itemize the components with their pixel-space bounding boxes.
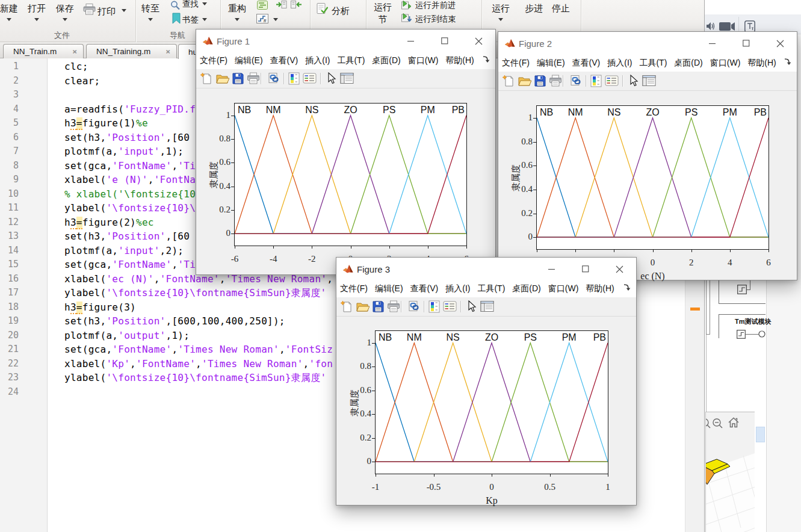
close-button[interactable] bbox=[462, 29, 495, 52]
scrollbar-thumb-line[interactable] bbox=[710, 280, 710, 334]
maximize-button[interactable] bbox=[729, 32, 763, 55]
menu-item-i[interactable]: 插入(I) bbox=[442, 280, 474, 294]
ribbon-open-button-dropdown-icon[interactable] bbox=[34, 18, 39, 21]
insert-function-icon[interactable]: fi bbox=[256, 14, 268, 26]
menu-item-v[interactable]: 查看(V) bbox=[407, 280, 442, 294]
figure-3-window[interactable]: Figure 3文件(F)编辑(E)查看(V)插入(I)工具(T)桌面(D)窗口… bbox=[336, 257, 637, 506]
menu-item-f[interactable]: 文件(F) bbox=[196, 52, 231, 66]
text-annotation-icon[interactable] bbox=[744, 20, 755, 32]
print-icon[interactable] bbox=[83, 4, 96, 17]
code-line[interactable]: ylabel('\fontsize{10}\fontname{SimSun}隶属… bbox=[64, 371, 326, 385]
menu-item-d[interactable]: 桌面(D) bbox=[670, 55, 706, 69]
code-line[interactable]: xlabel('Kp','FontName','Times New Roman'… bbox=[64, 357, 333, 371]
open-icon[interactable] bbox=[518, 75, 531, 87]
ribbon-new-script-button-dropdown-icon[interactable] bbox=[7, 18, 11, 21]
code-line[interactable]: clear; bbox=[64, 74, 100, 88]
menu-item-v[interactable]: 查看(V) bbox=[569, 55, 604, 69]
editor-tab-nn-train-m[interactable]: NN_Train.m× bbox=[3, 44, 84, 58]
ribbon-run-button-dropdown-icon[interactable] bbox=[498, 18, 503, 21]
colorbar-icon[interactable] bbox=[428, 300, 441, 313]
editor-tab-nn-training-m[interactable]: NN_Training.m× bbox=[86, 44, 177, 58]
menu-item-h[interactable]: 帮助(H) bbox=[442, 52, 477, 66]
menu-item-e[interactable]: 编辑(E) bbox=[371, 280, 407, 294]
code-line[interactable]: ylabel('\fontsize{10}\fontname{SimSun}隶属… bbox=[64, 286, 326, 300]
tab-close-icon[interactable]: × bbox=[165, 47, 170, 56]
menu-item-t[interactable]: 工具(T) bbox=[333, 52, 368, 66]
menu-item-w[interactable]: 窗口(W) bbox=[404, 52, 442, 66]
menu-item-w[interactable]: 窗口(W) bbox=[707, 55, 744, 69]
maximize-button[interactable] bbox=[569, 258, 602, 280]
figure-title-bar[interactable]: Figure 1 bbox=[196, 29, 495, 52]
menu-item-v[interactable]: 查看(V) bbox=[267, 52, 302, 66]
menu-item-t[interactable]: 工具(T) bbox=[636, 55, 670, 69]
save-icon[interactable] bbox=[372, 300, 385, 313]
analyze-icon[interactable] bbox=[317, 3, 328, 17]
ribbon-goto-button-dropdown-icon[interactable] bbox=[148, 18, 153, 21]
ribbon-refactor-button-dropdown-icon[interactable] bbox=[235, 18, 240, 21]
plot-area[interactable] bbox=[234, 103, 467, 246]
ribbon-stop-label[interactable]: 停止 bbox=[531, 3, 591, 14]
code-line[interactable]: % xlabel('\fontsize{10 bbox=[64, 187, 196, 202]
figure-title-bar[interactable]: Figure 3 bbox=[336, 258, 636, 280]
minimize-button[interactable] bbox=[696, 32, 729, 55]
step-block2-icon[interactable] bbox=[737, 330, 746, 339]
menu-item-d[interactable]: 桌面(D) bbox=[368, 52, 404, 66]
edit-plot-icon[interactable] bbox=[327, 72, 339, 85]
code-line[interactable]: set(gca,'FontName','Ti bbox=[64, 258, 196, 272]
menu-item-d[interactable]: 桌面(D) bbox=[509, 280, 544, 294]
save-icon[interactable] bbox=[534, 75, 546, 87]
plot-area[interactable] bbox=[375, 330, 608, 474]
speaker-icon[interactable] bbox=[706, 21, 716, 31]
code-line[interactable]: plotmf(a,'input',1); bbox=[64, 144, 184, 159]
open-icon[interactable] bbox=[216, 72, 229, 85]
link-plot-icon[interactable] bbox=[267, 72, 280, 85]
figure-title-bar[interactable]: Figure 2 bbox=[498, 32, 797, 55]
close-button[interactable] bbox=[763, 32, 797, 55]
code-line[interactable]: set(h3,'Position',[60 bbox=[64, 229, 190, 244]
run-advance-icon[interactable] bbox=[401, 1, 412, 12]
save-icon[interactable] bbox=[232, 72, 244, 85]
plot-area[interactable] bbox=[536, 105, 769, 250]
property-inspector-icon[interactable] bbox=[480, 300, 493, 313]
code-line[interactable]: set(h3,'Position',[60 bbox=[64, 131, 190, 145]
edit-plot-icon[interactable] bbox=[467, 300, 480, 313]
dock-figure-icon[interactable] bbox=[784, 58, 792, 66]
ribbon-print-dropdown-icon[interactable] bbox=[122, 9, 126, 12]
ribbon-find-label[interactable]: 查找 bbox=[182, 0, 199, 10]
code-line[interactable]: h3=figure(2)%ec bbox=[64, 215, 154, 230]
code-line[interactable]: clc; bbox=[64, 60, 88, 74]
link-plot-icon[interactable] bbox=[569, 75, 582, 87]
step-block-icon[interactable] bbox=[737, 285, 747, 294]
new-figure-icon[interactable] bbox=[341, 300, 353, 313]
legend-icon[interactable] bbox=[605, 75, 617, 87]
figure-2-window[interactable]: Figure 2文件(F)编辑(E)查看(V)插入(I)工具(T)桌面(D)窗口… bbox=[498, 31, 797, 280]
indent-right-icon[interactable] bbox=[276, 0, 287, 11]
menu-item-f[interactable]: 文件(F) bbox=[336, 280, 371, 294]
close-button[interactable] bbox=[602, 258, 636, 280]
code-line[interactable]: set(gca,'FontName','Ti bbox=[64, 159, 196, 173]
minimize-button[interactable] bbox=[394, 29, 428, 52]
code-line[interactable]: set(h3,'Position',[600,100,400,250]); bbox=[64, 314, 285, 329]
code-line[interactable]: set(gca,'FontName','Times New Roman','Fo… bbox=[64, 342, 333, 357]
ribbon-function-dropdown-icon[interactable] bbox=[273, 18, 278, 21]
legend-icon[interactable] bbox=[303, 72, 315, 85]
code-line[interactable]: xlabel('e (N)','FontNa bbox=[64, 173, 196, 187]
run-to-end-icon[interactable] bbox=[401, 13, 412, 25]
ribbon-bookmark-dropdown-icon[interactable] bbox=[202, 18, 207, 21]
tab-close-icon[interactable]: × bbox=[72, 47, 77, 56]
menu-item-f[interactable]: 文件(F) bbox=[498, 55, 533, 69]
video-camera-icon[interactable] bbox=[719, 22, 735, 31]
menu-item-e[interactable]: 编辑(E) bbox=[231, 52, 267, 66]
menu-item-h[interactable]: 帮助(H) bbox=[582, 280, 617, 294]
link-plot-icon[interactable] bbox=[407, 300, 420, 313]
ribbon-bookmark-label[interactable]: 书签 bbox=[182, 14, 199, 25]
code-line[interactable]: plotmf(a,'input',2); bbox=[64, 244, 184, 258]
open-icon[interactable] bbox=[356, 300, 369, 313]
code-line[interactable]: h3=figure(1)%e bbox=[64, 116, 148, 131]
menu-item-t[interactable]: 工具(T) bbox=[474, 280, 509, 294]
menu-item-i[interactable]: 插入(I) bbox=[604, 55, 636, 69]
ribbon-analyze-label[interactable]: 分析 bbox=[332, 5, 350, 17]
code-line[interactable]: plotmf(a,'output',1); bbox=[64, 329, 190, 343]
new-figure-icon[interactable] bbox=[503, 75, 515, 87]
new-figure-icon[interactable] bbox=[200, 72, 213, 85]
